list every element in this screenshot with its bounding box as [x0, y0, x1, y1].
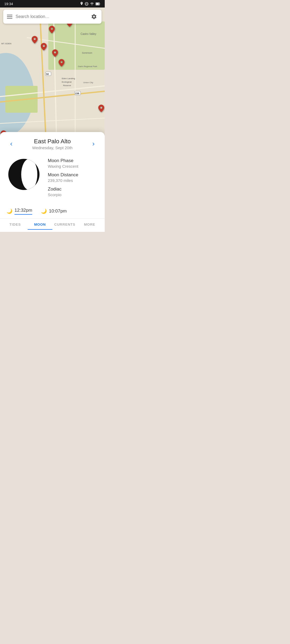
- tab-more[interactable]: MORE: [77, 219, 102, 230]
- tab-bar: TIDES MOON CURRENTS MORE: [0, 218, 105, 230]
- location-info: East Palo Alto Wednesday, Sept 20th: [32, 138, 73, 150]
- wifi-icon: [90, 2, 94, 5]
- svg-text:Ecological: Ecological: [62, 81, 72, 83]
- map-pin-3[interactable]: [32, 36, 38, 45]
- map-pin-6[interactable]: [59, 59, 64, 68]
- status-icons: [80, 2, 100, 6]
- status-bar: 19:34: [0, 0, 105, 8]
- svg-text:Sorenson: Sorenson: [82, 52, 92, 54]
- tab-currents[interactable]: CURRENTS: [52, 219, 77, 230]
- battery-icon: [96, 2, 100, 5]
- moonrise-time: 🌙 12:32pm: [6, 208, 32, 215]
- time-row: 🌙 12:32pm 🌙 10:07pm: [0, 205, 105, 218]
- search-bar[interactable]: [3, 10, 102, 24]
- svg-text:Union City: Union City: [83, 81, 93, 84]
- svg-text:92: 92: [46, 73, 49, 75]
- svg-text:238: 238: [75, 92, 79, 95]
- location-icon: [80, 2, 83, 6]
- moon-content: Moon Phase Waxing Crescent Moon Distance…: [0, 153, 105, 205]
- moonset-icon: 🌙: [41, 208, 47, 214]
- bottom-card: East Palo Alto Wednesday, Sept 20th: [0, 132, 105, 232]
- prev-arrow[interactable]: [6, 139, 16, 149]
- moonrise-value: 12:32pm: [15, 208, 32, 215]
- svg-text:Castro Valley: Castro Valley: [81, 32, 96, 35]
- map-pin-5[interactable]: [52, 49, 58, 58]
- svg-point-43: [21, 159, 37, 190]
- moonrise-icon: 🌙: [6, 208, 12, 214]
- menu-icon[interactable]: [7, 15, 12, 19]
- moon-distance-label: Moon Distance: [48, 172, 98, 178]
- status-time: 19:34: [4, 2, 13, 6]
- svg-rect-5: [48, 21, 105, 70]
- svg-text:Eden Landing: Eden Landing: [62, 77, 75, 80]
- svg-text:MT. EDEN: MT. EDEN: [1, 42, 12, 45]
- next-arrow[interactable]: [89, 139, 98, 149]
- moon-distance-value: 239,370 miles: [48, 178, 98, 183]
- moon-phase-value: Waxing Crescent: [48, 164, 98, 169]
- moon-phase-image: [6, 157, 41, 193]
- location-name: East Palo Alto: [32, 138, 73, 145]
- search-input[interactable]: [16, 14, 87, 19]
- tab-tides[interactable]: TIDES: [3, 219, 28, 230]
- moonset-time: 🌙 10:07pm: [41, 208, 67, 214]
- moon-phase-label: Moon Phase: [48, 158, 98, 163]
- zodiac-value: Scorpio: [48, 192, 98, 197]
- card-header: East Palo Alto Wednesday, Sept 20th: [0, 132, 105, 153]
- map-pin-7[interactable]: [98, 105, 104, 113]
- map-pin-4[interactable]: [41, 43, 47, 52]
- zodiac-label: Zodiac: [48, 186, 98, 192]
- moonset-value: 10:07pm: [49, 208, 67, 214]
- svg-text:Reserve: Reserve: [63, 84, 71, 87]
- tab-moon[interactable]: MOON: [28, 219, 53, 230]
- svg-text:Garin Regional Park: Garin Regional Park: [78, 65, 97, 68]
- settings-icon[interactable]: [90, 13, 98, 20]
- svg-rect-3: [96, 3, 99, 5]
- dnd-icon: [85, 2, 88, 6]
- map-pin-2[interactable]: [49, 26, 55, 34]
- moon-details: Moon Phase Waxing Crescent Moon Distance…: [48, 157, 98, 201]
- location-date: Wednesday, Sept 20th: [32, 145, 73, 150]
